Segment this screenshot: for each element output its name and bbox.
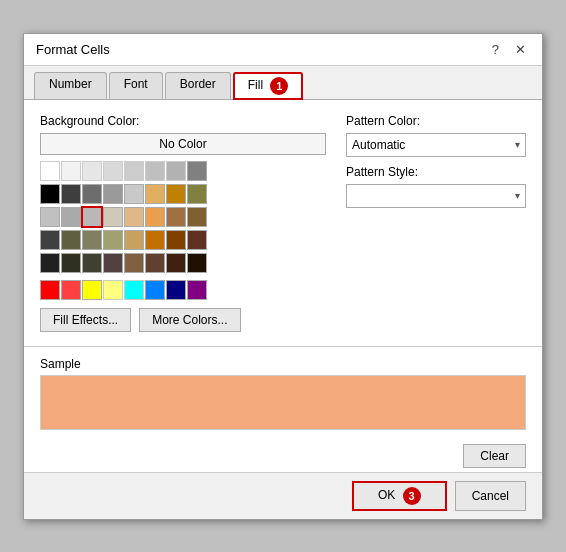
color-cell[interactable] xyxy=(40,207,60,227)
color-cell[interactable] xyxy=(61,280,81,300)
color-cell-selected[interactable] xyxy=(82,207,102,227)
color-cell[interactable] xyxy=(40,230,60,250)
title-bar: Format Cells ? ✕ xyxy=(24,34,542,66)
color-cell[interactable] xyxy=(187,161,207,181)
pattern-style-label: Pattern Style: xyxy=(346,165,526,179)
color-cell[interactable] xyxy=(124,253,144,273)
pattern-style-select[interactable]: ▾ xyxy=(346,184,526,208)
dialog-body: Background Color: No Color xyxy=(24,100,542,347)
color-grid-row-4 xyxy=(40,230,326,250)
color-cell[interactable] xyxy=(82,280,102,300)
color-cell[interactable] xyxy=(103,184,123,204)
color-cell[interactable] xyxy=(145,230,165,250)
color-cell[interactable] xyxy=(187,280,207,300)
right-column: Pattern Color: Automatic ▾ Pattern Style… xyxy=(346,114,526,332)
color-cell[interactable] xyxy=(82,184,102,204)
color-grid-row-5 xyxy=(40,253,326,273)
tab-number[interactable]: Number xyxy=(34,72,107,99)
color-cell[interactable] xyxy=(145,207,165,227)
tab-fill[interactable]: Fill 1 xyxy=(233,72,304,100)
color-cell[interactable] xyxy=(166,161,186,181)
color-grid-row-1 xyxy=(40,161,326,181)
color-cell[interactable] xyxy=(166,253,186,273)
color-cell[interactable] xyxy=(82,161,102,181)
left-column: Background Color: No Color xyxy=(40,114,326,332)
clear-button[interactable]: Clear xyxy=(463,444,526,468)
dialog-title: Format Cells xyxy=(36,42,110,57)
ok-button[interactable]: OK 3 xyxy=(352,481,447,511)
background-color-label: Background Color: xyxy=(40,114,326,128)
color-cell[interactable] xyxy=(61,161,81,181)
color-cell[interactable] xyxy=(166,280,186,300)
color-grid-row-2 xyxy=(40,184,326,204)
color-cell[interactable] xyxy=(145,253,165,273)
help-button[interactable]: ? xyxy=(488,42,503,57)
pattern-color-value: Automatic xyxy=(352,138,405,152)
color-cell[interactable] xyxy=(124,230,144,250)
pattern-color-row: Automatic ▾ xyxy=(346,133,526,157)
color-cell[interactable] xyxy=(124,207,144,227)
cancel-button[interactable]: Cancel xyxy=(455,481,526,511)
pattern-style-row: ▾ xyxy=(346,184,526,208)
color-cell[interactable] xyxy=(40,253,60,273)
color-btn-row: Fill Effects... More Colors... xyxy=(40,308,326,332)
tab-border[interactable]: Border xyxy=(165,72,231,99)
more-colors-button[interactable]: More Colors... xyxy=(139,308,240,332)
sample-box xyxy=(40,375,526,430)
annotation-1: 1 xyxy=(270,77,288,95)
color-cell[interactable] xyxy=(103,207,123,227)
tab-bar: Number Font Border Fill 1 xyxy=(24,66,542,100)
color-cell[interactable] xyxy=(82,230,102,250)
color-cell[interactable] xyxy=(40,280,60,300)
fill-effects-button[interactable]: Fill Effects... xyxy=(40,308,131,332)
format-cells-dialog: Format Cells ? ✕ Number Font Border Fill… xyxy=(23,33,543,520)
dialog-footer: OK 3 Cancel xyxy=(24,472,542,519)
color-cell[interactable] xyxy=(103,230,123,250)
color-cell[interactable] xyxy=(103,253,123,273)
color-cell[interactable] xyxy=(166,207,186,227)
pattern-color-label: Pattern Color: xyxy=(346,114,526,128)
color-grid-accent xyxy=(40,280,326,300)
color-cell[interactable] xyxy=(187,184,207,204)
color-cell[interactable] xyxy=(82,253,102,273)
sample-label: Sample xyxy=(40,357,526,371)
color-cell[interactable] xyxy=(187,230,207,250)
color-cell[interactable] xyxy=(40,161,60,181)
clear-btn-row: Clear xyxy=(24,444,542,472)
color-grid-row-3 xyxy=(40,207,326,227)
color-cell[interactable] xyxy=(166,184,186,204)
no-color-button[interactable]: No Color xyxy=(40,133,326,155)
color-cell[interactable] xyxy=(124,280,144,300)
color-cell[interactable] xyxy=(124,184,144,204)
color-cell[interactable] xyxy=(40,184,60,204)
color-cell[interactable] xyxy=(145,161,165,181)
color-cell[interactable] xyxy=(187,253,207,273)
sample-section: Sample xyxy=(24,347,542,444)
annotation-3: 3 xyxy=(403,487,421,505)
color-cell[interactable] xyxy=(166,230,186,250)
color-cell[interactable] xyxy=(103,161,123,181)
chevron-down-icon-2: ▾ xyxy=(515,190,520,201)
color-cell[interactable] xyxy=(187,207,207,227)
tab-font[interactable]: Font xyxy=(109,72,163,99)
close-button[interactable]: ✕ xyxy=(511,42,530,57)
color-cell[interactable] xyxy=(145,184,165,204)
color-cell[interactable] xyxy=(103,280,123,300)
pattern-color-select[interactable]: Automatic ▾ xyxy=(346,133,526,157)
title-bar-controls: ? ✕ xyxy=(488,42,530,57)
color-cell[interactable] xyxy=(61,230,81,250)
color-cell[interactable] xyxy=(61,253,81,273)
color-cell[interactable] xyxy=(124,161,144,181)
color-cell[interactable] xyxy=(61,184,81,204)
color-cell[interactable] xyxy=(61,207,81,227)
chevron-down-icon: ▾ xyxy=(515,139,520,150)
two-col-layout: Background Color: No Color xyxy=(40,114,526,332)
color-cell[interactable] xyxy=(145,280,165,300)
